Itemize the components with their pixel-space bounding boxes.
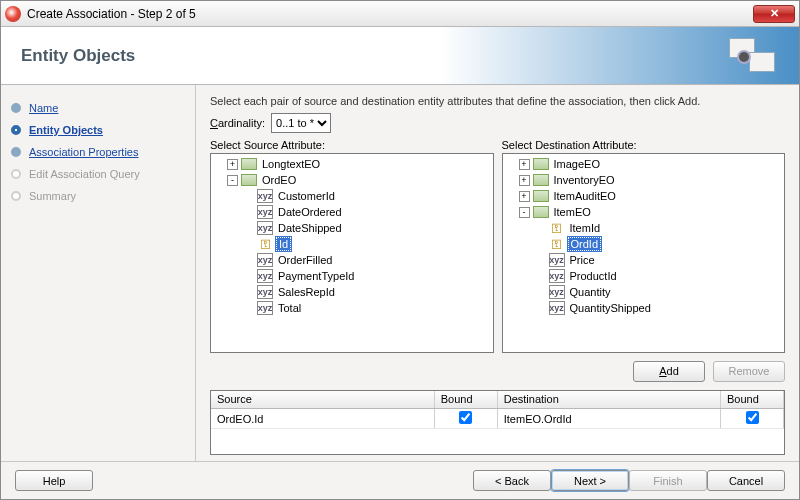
- attribute-icon: xyz: [549, 301, 565, 315]
- entity-icon: [533, 190, 549, 202]
- tree-node[interactable]: xyzProductId: [503, 268, 785, 284]
- add-button[interactable]: Add: [633, 361, 705, 382]
- entity-icon: [533, 174, 549, 186]
- attribute-icon: xyz: [257, 285, 273, 299]
- tree-node[interactable]: +InventoryEO: [503, 172, 785, 188]
- tree-node-label: ImageEO: [552, 158, 602, 170]
- tree-node[interactable]: xyzOrderFilled: [211, 252, 493, 268]
- attribute-icon: xyz: [549, 253, 565, 267]
- wizard-step[interactable]: Entity Objects: [11, 119, 185, 141]
- tree-node[interactable]: xyzDateOrdered: [211, 204, 493, 220]
- finish-button[interactable]: Finish: [629, 470, 707, 491]
- close-button[interactable]: ✕: [753, 5, 795, 23]
- tree-spacer: [535, 255, 546, 266]
- tree-node[interactable]: +ItemAuditEO: [503, 188, 785, 204]
- key-icon: ⚿: [549, 221, 565, 235]
- step-dot-icon: [11, 169, 21, 179]
- remove-button[interactable]: Remove: [713, 361, 785, 382]
- entity-icon: [241, 158, 257, 170]
- close-icon: ✕: [770, 7, 779, 20]
- tree-node[interactable]: -ItemEO: [503, 204, 785, 220]
- dialog-create-association: Create Association - Step 2 of 5 ✕ Entit…: [0, 0, 800, 500]
- tree-node[interactable]: -OrdEO: [211, 172, 493, 188]
- step-label: Entity Objects: [29, 124, 103, 136]
- tree-node[interactable]: ⚿ItemId: [503, 220, 785, 236]
- dest-attr-label: Select Destination Attribute:: [502, 139, 786, 151]
- wizard-steps-sidebar: NameEntity ObjectsAssociation Properties…: [1, 85, 196, 461]
- cardinality-select[interactable]: 0..1 to *: [271, 113, 331, 133]
- attribute-icon: xyz: [549, 285, 565, 299]
- tree-node[interactable]: +ImageEO: [503, 156, 785, 172]
- cardinality-label: Cardinality:: [210, 117, 265, 129]
- tree-node[interactable]: xyzDateShipped: [211, 220, 493, 236]
- attribute-icon: xyz: [257, 205, 273, 219]
- tree-node[interactable]: xyzSalesRepId: [211, 284, 493, 300]
- tree-spacer: [243, 223, 254, 234]
- bound-checkbox[interactable]: [459, 411, 472, 424]
- grid-header-dest[interactable]: Destination: [497, 391, 720, 409]
- titlebar: Create Association - Step 2 of 5 ✕: [1, 1, 799, 27]
- wizard-step: Edit Association Query: [11, 163, 185, 185]
- collapse-icon[interactable]: -: [227, 175, 238, 186]
- step-label: Edit Association Query: [29, 168, 140, 180]
- tree-spacer: [535, 239, 546, 250]
- tree-node[interactable]: ⚿Id: [211, 236, 493, 252]
- grid-header-src-bound[interactable]: Bound: [434, 391, 497, 409]
- wizard-step[interactable]: Name: [11, 97, 185, 119]
- tree-node-label: ItemAuditEO: [552, 190, 618, 202]
- association-grid: Source Bound Destination Bound OrdEO.IdI…: [210, 390, 785, 456]
- tree-node-label: DateOrdered: [276, 206, 344, 218]
- tree-node[interactable]: xyzTotal: [211, 300, 493, 316]
- expand-icon[interactable]: +: [519, 191, 530, 202]
- expand-icon[interactable]: +: [519, 175, 530, 186]
- tree-node[interactable]: xyzQuantityShipped: [503, 300, 785, 316]
- tree-node[interactable]: xyzCustomerId: [211, 188, 493, 204]
- attribute-icon: xyz: [549, 269, 565, 283]
- bound-checkbox[interactable]: [746, 411, 759, 424]
- grid-cell: [434, 409, 497, 429]
- grid-header-dst-bound[interactable]: Bound: [721, 391, 784, 409]
- collapse-icon[interactable]: -: [519, 207, 530, 218]
- step-label: Summary: [29, 190, 76, 202]
- tree-spacer: [243, 303, 254, 314]
- source-tree[interactable]: +LongtextEO-OrdEOxyzCustomerIdxyzDateOrd…: [210, 153, 494, 353]
- tree-spacer: [243, 271, 254, 282]
- expand-icon[interactable]: +: [519, 159, 530, 170]
- cancel-button[interactable]: Cancel: [707, 470, 785, 491]
- grid-header-source[interactable]: Source: [211, 391, 434, 409]
- tree-node-label: ItemId: [568, 222, 603, 234]
- step-dot-icon: [11, 125, 21, 135]
- app-icon: [5, 6, 21, 22]
- tree-spacer: [243, 255, 254, 266]
- back-button[interactable]: < Back: [473, 470, 551, 491]
- grid-row[interactable]: OrdEO.IdItemEO.OrdId: [211, 409, 784, 429]
- tree-spacer: [243, 239, 254, 250]
- tree-node[interactable]: ⚿OrdId: [503, 236, 785, 252]
- tree-node[interactable]: xyzPrice: [503, 252, 785, 268]
- grid-cell: ItemEO.OrdId: [497, 409, 720, 429]
- instruction-text: Select each pair of source and destinati…: [210, 95, 785, 107]
- wizard-step[interactable]: Association Properties: [11, 141, 185, 163]
- key-icon: ⚿: [549, 237, 565, 251]
- dest-tree[interactable]: +ImageEO+InventoryEO+ItemAuditEO-ItemEO⚿…: [502, 153, 786, 353]
- tree-node[interactable]: +LongtextEO: [211, 156, 493, 172]
- dest-pane: Select Destination Attribute: +ImageEO+I…: [502, 139, 786, 353]
- next-button[interactable]: Next >: [551, 470, 629, 491]
- source-pane: Select Source Attribute: +LongtextEO-Ord…: [210, 139, 494, 353]
- tree-node-label: LongtextEO: [260, 158, 322, 170]
- tree-node-label: Id: [276, 237, 291, 251]
- tree-node-label: SalesRepId: [276, 286, 337, 298]
- window-title: Create Association - Step 2 of 5: [27, 7, 753, 21]
- help-button[interactable]: Help: [15, 470, 93, 491]
- step-label: Association Properties: [29, 146, 138, 158]
- key-icon: ⚿: [257, 237, 273, 251]
- tree-node[interactable]: xyzQuantity: [503, 284, 785, 300]
- entity-icon: [241, 174, 257, 186]
- expand-icon[interactable]: +: [227, 159, 238, 170]
- cardinality-row: Cardinality: 0..1 to *: [210, 113, 785, 133]
- wizard-banner: Entity Objects: [1, 27, 799, 85]
- step-dot-icon: [11, 191, 21, 201]
- tree-spacer: [243, 287, 254, 298]
- attribute-icon: xyz: [257, 269, 273, 283]
- tree-node[interactable]: xyzPaymentTypeId: [211, 268, 493, 284]
